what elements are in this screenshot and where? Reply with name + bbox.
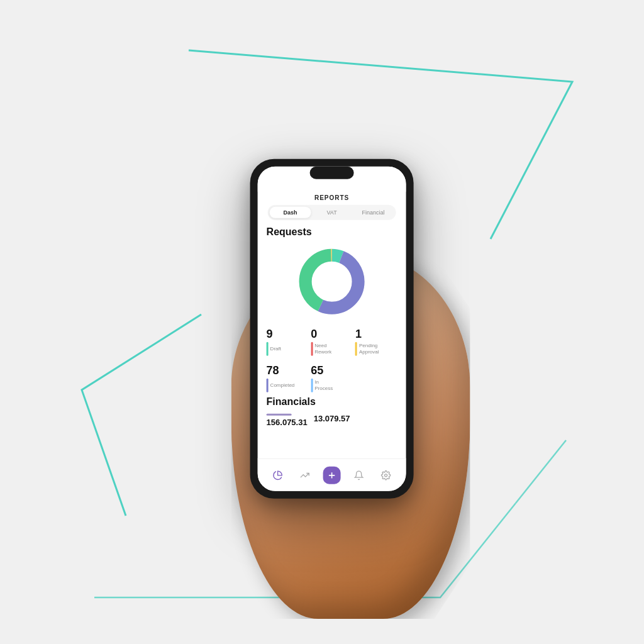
financial-item-1: 156.075.31 [267, 413, 308, 426]
stat-completed-bar [267, 378, 269, 392]
stats-grid-bottom: 78 Completed 65 [267, 365, 397, 392]
phone-screen: REPORTS Dash VAT Financial Requests [258, 167, 406, 491]
financials-row: 156.075.31 13.079.57 [267, 413, 397, 426]
phone-wrapper: REPORTS Dash VAT Financial Requests [250, 159, 414, 499]
stat-inprocess-label: InProcess [314, 379, 333, 391]
phone-notch [310, 167, 354, 179]
bell-icon[interactable] [350, 466, 368, 484]
svg-point-6 [314, 264, 350, 299]
stat-completed: 78 Completed [267, 365, 309, 392]
stat-rework: 0 NeedRework [311, 328, 353, 356]
financial-value-2: 13.079.57 [314, 413, 350, 423]
financial-line-1 [267, 413, 292, 415]
stat-pending-number: 1 [355, 328, 362, 341]
stat-rework-bar [311, 342, 313, 356]
bottom-nav [258, 458, 406, 491]
stat-draft-number: 9 [267, 328, 273, 341]
scene: REPORTS Dash VAT Financial Requests [0, 0, 644, 644]
tabs-container: Dash VAT Financial [268, 205, 396, 220]
financial-value-1: 156.075.31 [267, 417, 308, 426]
stat-draft: 9 Draft [267, 328, 309, 356]
stat-draft-label: Draft [270, 346, 281, 352]
stat-draft-bar [267, 342, 269, 356]
scroll-content[interactable]: Requests [258, 226, 406, 458]
tab-financial[interactable]: Financial [353, 207, 394, 218]
stat-inprocess: 65 InProcess [311, 365, 353, 392]
financial-item-2: 13.079.57 [314, 413, 350, 426]
stat-rework-number: 0 [311, 328, 317, 341]
requests-title: Requests [267, 226, 397, 238]
stat-inprocess-number: 65 [311, 365, 323, 377]
pie-chart-icon[interactable] [269, 466, 286, 484]
financials-title: Financials [267, 396, 397, 407]
gear-icon[interactable] [377, 466, 395, 484]
stat-rework-label: NeedRework [314, 343, 331, 355]
trending-icon[interactable] [296, 466, 313, 484]
plus-icon[interactable] [323, 466, 341, 484]
stat-pending-bar [355, 342, 357, 356]
page-title: REPORTS [258, 192, 406, 205]
stat-completed-label: Completed [270, 382, 295, 389]
stat-pending-label: PendingApproval [359, 343, 379, 355]
phone: REPORTS Dash VAT Financial Requests [250, 159, 414, 499]
tab-dash[interactable]: Dash [270, 207, 311, 218]
stat-completed-number: 78 [267, 365, 279, 377]
requests-section: Requests [267, 226, 397, 392]
svg-point-9 [385, 474, 387, 476]
donut-chart [294, 244, 370, 319]
tab-vat[interactable]: VAT [311, 207, 353, 218]
stats-grid-top: 9 Draft 0 Need [267, 328, 397, 356]
stat-pending: 1 PendingApproval [355, 328, 397, 356]
donut-chart-container [267, 244, 397, 319]
stat-inprocess-bar [311, 378, 313, 392]
financials-section: Financials 156.075.31 13.079.57 [267, 396, 397, 426]
